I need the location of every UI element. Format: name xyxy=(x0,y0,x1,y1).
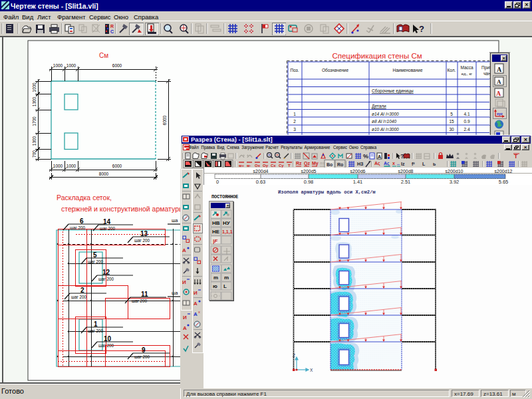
svg-text:1,1,1: 1,1,1 xyxy=(222,229,233,235)
svg-text:А: А xyxy=(194,301,198,307)
svg-text:1: 1 xyxy=(293,112,296,116)
svg-text:0.63: 0.63 xyxy=(256,179,266,185)
svg-text:15: 15 xyxy=(449,119,454,124)
svg-text:..: .. xyxy=(397,161,400,166)
svg-text:А: А xyxy=(194,311,198,317)
svg-text:Наименование: Наименование xyxy=(392,68,422,72)
svg-text:шаг 200: шаг 200 xyxy=(70,225,86,230)
svg-text:3: 3 xyxy=(293,127,296,132)
svg-text:Спецификация стены См: Спецификация стены См xyxy=(332,52,422,60)
svg-text:5: 5 xyxy=(450,112,453,116)
svg-text:НУ: НУ xyxy=(223,220,231,226)
svg-text:ша: ша xyxy=(172,218,178,223)
svg-text:700: 700 xyxy=(32,150,37,158)
svg-text:1000: 1000 xyxy=(66,63,76,68)
svg-text:стержней и конструктивной арма: стержней и конструктивной арматуры xyxy=(61,205,184,213)
svg-text:ø14 АI l=3000: ø14 АI l=3000 xyxy=(372,112,399,116)
svg-text:6: 6 xyxy=(80,217,84,225)
svg-text:1000: 1000 xyxy=(66,164,76,168)
svg-text:A: A xyxy=(496,90,501,97)
svg-text:НЗ: НЗ xyxy=(357,162,364,166)
svg-text:НЕ: НЕ xyxy=(212,229,220,235)
svg-text:Z: Z xyxy=(293,353,295,358)
svg-text:6000: 6000 xyxy=(112,164,122,168)
svg-text:Аς: Аς xyxy=(384,161,390,166)
svg-text:ю: ю xyxy=(213,283,217,289)
svg-text:шаг 200: шаг 200 xyxy=(88,329,104,333)
svg-text:См: См xyxy=(99,52,108,59)
svg-text:10: 10 xyxy=(104,335,112,342)
svg-text:шаг 200: шаг 200 xyxy=(98,343,114,348)
svg-text:Раскладка сеток,: Раскладка сеток, xyxy=(57,194,112,201)
svg-text:1300: 1300 xyxy=(32,136,37,146)
svg-text:НВ: НВ xyxy=(212,220,220,226)
svg-text:1000: 1000 xyxy=(53,164,63,168)
svg-text:шаг 200: шаг 200 xyxy=(100,226,116,231)
svg-text:L: L xyxy=(422,162,426,166)
svg-text:1300: 1300 xyxy=(32,96,37,106)
svg-text:11: 11 xyxy=(141,291,148,298)
svg-text:A: A xyxy=(378,154,381,159)
svg-text:My: My xyxy=(312,161,319,166)
svg-text:0.98: 0.98 xyxy=(304,179,314,185)
svg-text:Детали: Детали xyxy=(372,104,386,109)
svg-text:Bo: Bo xyxy=(327,162,332,167)
svg-text:5.65: 5.65 xyxy=(499,179,509,185)
svg-text:s200d5: s200d5 xyxy=(301,169,317,174)
svg-text:f²: f² xyxy=(412,162,415,166)
svg-text:C: C xyxy=(110,29,114,34)
svg-text:4.1: 4.1 xyxy=(464,112,469,116)
svg-text:И: И xyxy=(183,315,187,321)
svg-text:Обозначение: Обозначение xyxy=(322,68,349,72)
svg-text:?: ? xyxy=(419,24,424,34)
svg-text:9: 9 xyxy=(142,346,146,354)
svg-text:шаг 200: шаг 200 xyxy=(98,277,114,281)
svg-text:И: И xyxy=(182,279,186,285)
svg-text:R: R xyxy=(110,24,114,29)
svg-text:1000: 1000 xyxy=(32,82,37,92)
svg-text:Кол.: Кол. xyxy=(448,68,456,72)
svg-text:ПОСТОЯННОЕ: ПОСТОЯННОЕ xyxy=(211,194,238,200)
svg-text:s200d10: s200d10 xyxy=(446,169,464,174)
svg-text:А: А xyxy=(183,325,187,331)
svg-text:0: 0 xyxy=(216,179,219,185)
svg-text:s200d4: s200d4 xyxy=(253,169,269,174)
svg-text:%: % xyxy=(363,153,368,160)
svg-text:14: 14 xyxy=(103,218,111,225)
svg-text:Iz: Iz xyxy=(401,162,405,166)
svg-text:s200d6: s200d6 xyxy=(350,169,366,174)
svg-text:ø8 АI l=1040: ø8 АI l=1040 xyxy=(372,119,396,124)
svg-text:Изополя арматуры вдоль оси X,с: Изополя арматуры вдоль оси X,см2/м xyxy=(278,190,376,195)
svg-text:s200d12: s200d12 xyxy=(495,169,513,174)
svg-text:Qz: Qz xyxy=(304,161,310,166)
svg-text:И: И xyxy=(194,290,198,296)
svg-text:s200d8: s200d8 xyxy=(398,169,414,174)
svg-text:X: X xyxy=(310,368,313,372)
svg-text:х: х xyxy=(198,310,200,314)
svg-text:Масса: Масса xyxy=(460,65,473,70)
svg-text:6000: 6000 xyxy=(162,115,167,125)
svg-text:2: 2 xyxy=(80,287,84,294)
svg-text:2.4: 2.4 xyxy=(464,127,469,132)
svg-text:2: 2 xyxy=(293,119,296,124)
svg-text:6000: 6000 xyxy=(112,63,122,68)
svg-text:m: m xyxy=(213,275,218,281)
svg-text:3.92: 3.92 xyxy=(450,179,460,185)
svg-text:A: A xyxy=(497,66,502,73)
svg-text:m: m xyxy=(224,275,229,281)
svg-text:12: 12 xyxy=(102,269,110,276)
svg-text:ед., кг: ед., кг xyxy=(462,72,473,76)
svg-text:5: 5 xyxy=(93,251,97,259)
svg-text:1000: 1000 xyxy=(53,63,63,68)
svg-text:Ro: Ro xyxy=(337,162,343,167)
svg-text:шаг 200: шаг 200 xyxy=(134,354,150,359)
svg-text:Сборочные единицы: Сборочные единицы xyxy=(372,88,414,94)
svg-text:xyz: xyz xyxy=(497,112,503,116)
svg-text:1700: 1700 xyxy=(32,116,37,126)
svg-text:Rz: Rz xyxy=(296,161,302,166)
svg-text:2.51: 2.51 xyxy=(401,179,411,185)
svg-text:|F: |F xyxy=(213,238,218,244)
svg-text:шаг 200: шаг 200 xyxy=(134,238,150,243)
svg-text:шаг 200: шаг 200 xyxy=(132,299,148,303)
svg-text:A: A xyxy=(497,78,501,85)
